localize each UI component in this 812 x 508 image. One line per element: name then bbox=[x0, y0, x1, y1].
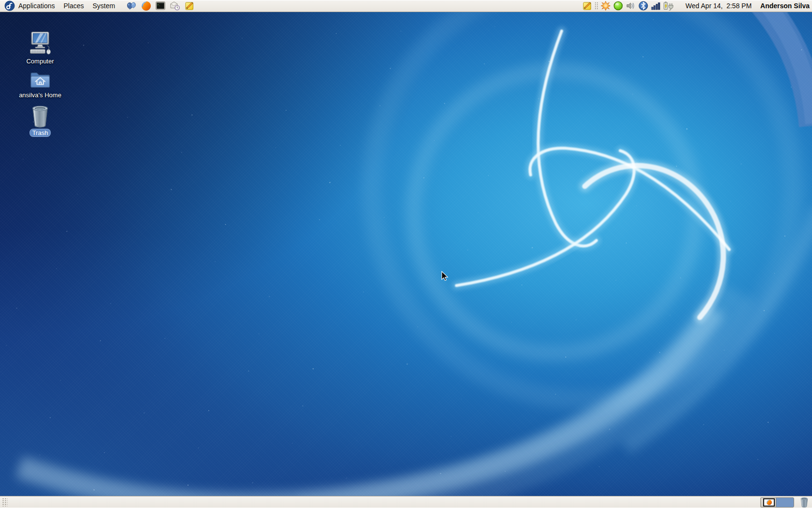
firefox-window-thumbnail bbox=[763, 498, 775, 507]
status-applet[interactable] bbox=[612, 0, 624, 12]
bluetooth-applet[interactable] bbox=[637, 0, 650, 12]
green-status-icon bbox=[613, 0, 624, 11]
network-signal-applet[interactable] bbox=[650, 0, 662, 12]
email-clock-icon bbox=[170, 0, 180, 11]
panel-launchers: >_ bbox=[125, 0, 196, 12]
terminal-icon: >_ bbox=[155, 0, 166, 11]
launcher-terminal[interactable]: >_ bbox=[154, 0, 167, 12]
desktop-icon-label: Trash bbox=[11, 128, 70, 137]
desktop-surface[interactable]: Computer ansilva's Home bbox=[0, 13, 812, 495]
power-applet[interactable] bbox=[662, 0, 675, 12]
mouse-cursor bbox=[441, 271, 449, 283]
taskbar-item-firefox[interactable] bbox=[760, 497, 776, 508]
desktop-icon-computer[interactable]: Computer bbox=[11, 31, 70, 65]
home-folder-icon bbox=[11, 70, 70, 90]
computer-label: Computer bbox=[23, 57, 57, 65]
clock-applet[interactable]: Wed Apr 14, 2:58 PM bbox=[685, 2, 752, 10]
launcher-notes[interactable] bbox=[183, 0, 196, 12]
signal-bars-icon bbox=[651, 0, 661, 11]
messaging-balloons-icon bbox=[126, 0, 137, 11]
applications-menu[interactable]: Applications bbox=[0, 0, 59, 12]
fedora-logo-icon bbox=[4, 0, 15, 11]
applications-menu-label: Applications bbox=[18, 2, 55, 10]
notes-applet[interactable] bbox=[581, 0, 594, 12]
sticky-note-icon bbox=[184, 0, 195, 11]
bluetooth-icon bbox=[638, 0, 649, 11]
bottom-panel bbox=[0, 496, 812, 508]
firefox-icon bbox=[766, 499, 772, 506]
places-menu-label: Places bbox=[64, 2, 84, 10]
battery-plug-icon bbox=[663, 0, 674, 11]
desktop-icon-label: Computer bbox=[11, 57, 70, 65]
home-label: ansilva's Home bbox=[16, 91, 64, 99]
volume-applet[interactable] bbox=[624, 0, 637, 12]
sticky-note-icon bbox=[582, 0, 593, 11]
launcher-firefox[interactable] bbox=[140, 0, 152, 12]
desktop-icon-home[interactable]: ansilva's Home bbox=[11, 70, 70, 99]
firefox-icon bbox=[141, 0, 152, 12]
desktop-icon-label: ansilva's Home bbox=[11, 90, 70, 99]
places-menu[interactable]: Places bbox=[59, 0, 88, 12]
launcher-email[interactable] bbox=[169, 0, 181, 12]
top-panel: Applications Places System bbox=[0, 0, 812, 12]
desktop-icon-trash[interactable]: Trash bbox=[11, 105, 70, 137]
notification-area-handle[interactable] bbox=[594, 2, 598, 10]
user-menu[interactable]: Anderson Silva bbox=[760, 2, 810, 10]
trash-applet[interactable] bbox=[798, 496, 810, 508]
computer-icon bbox=[11, 31, 70, 56]
trash-label: Trash bbox=[29, 129, 51, 137]
system-menu-label: System bbox=[93, 2, 116, 10]
orange-starburst-icon bbox=[600, 0, 611, 11]
trash-icon bbox=[799, 497, 809, 508]
alert-applet[interactable] bbox=[599, 0, 612, 12]
trash-icon bbox=[11, 105, 70, 128]
volume-icon bbox=[625, 0, 636, 11]
window-list-handle[interactable] bbox=[2, 498, 8, 507]
system-menu[interactable]: System bbox=[88, 0, 120, 12]
workspace-switcher-cell[interactable] bbox=[776, 497, 794, 508]
launcher-messaging[interactable] bbox=[125, 0, 138, 12]
